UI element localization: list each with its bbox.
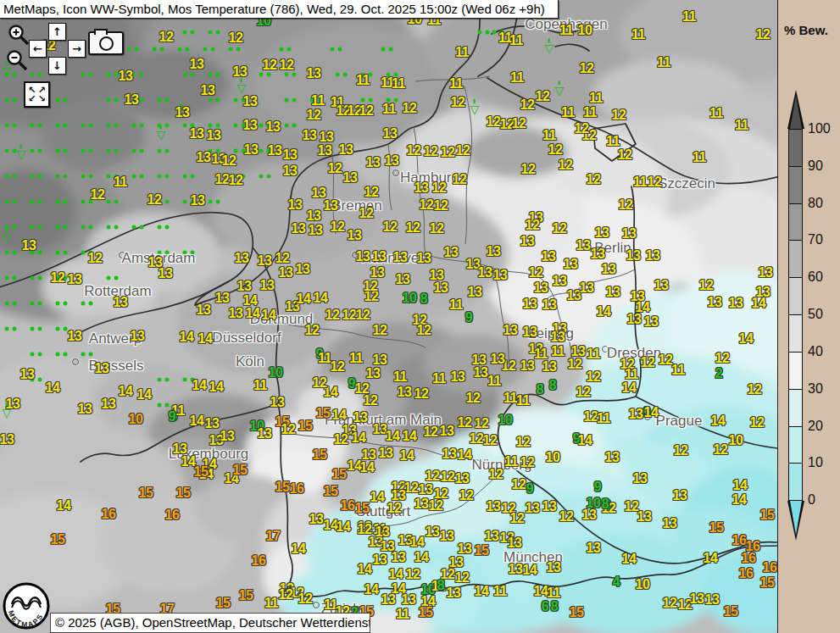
legend-tick-label: 60 [808, 269, 823, 285]
legend-arrow [790, 96, 802, 129]
snapshot-button[interactable] [88, 31, 124, 55]
legend-tick-label: 20 [808, 419, 823, 434]
legend-tick-label: 0 [808, 492, 815, 508]
legend-segment [788, 203, 803, 241]
legend-segment [788, 277, 803, 315]
legend-panel: % Bew. 1009080706050403020100 [777, 0, 840, 633]
pan-down-button[interactable]: ↓ [48, 57, 66, 75]
weather-map-image [0, 0, 777, 633]
pan-right-button[interactable]: → [68, 40, 86, 58]
legend-tick-label: 70 [808, 232, 823, 247]
arrow-down-icon: ↓ [53, 59, 62, 72]
title-text: MetMaps, Icon WW-Symbol, Mos Temperature… [3, 2, 545, 16]
fullscreen-button[interactable]: ↖ ↗ ↙ ↘ [24, 81, 50, 108]
arrow-right-icon: → [72, 42, 81, 55]
legend-segment [788, 463, 803, 501]
copyright-text: © 2025 (AGB), OpenStreetMap, Deutscher W… [55, 615, 370, 630]
legend-segment [788, 240, 803, 278]
legend-tick-label: 50 [808, 307, 823, 322]
legend-segment [788, 166, 803, 204]
pan-up-button[interactable]: ↑ [48, 23, 66, 41]
legend-tick-label: 30 [808, 381, 823, 397]
metmaps-logo: METMAPS [1, 581, 52, 632]
pan-left-button[interactable]: ← [29, 40, 47, 58]
legend-tick-label: 40 [808, 344, 823, 359]
map-canvas[interactable]: ▽▽▽▽▽▽▽▽▽▽ CopenhagenAmsterdamRotterdamA… [0, 0, 777, 633]
legend-segment [788, 426, 803, 464]
copyright-bar: © 2025 (AGB), OpenStreetMap, Deutscher W… [50, 613, 370, 633]
legend-arrow [790, 501, 802, 535]
magnifier-minus-icon [5, 48, 31, 74]
title-bar: MetMaps, Icon WW-Symbol, Mos Temperature… [0, 0, 559, 19]
legend-segment [788, 389, 803, 427]
camera-icon [99, 36, 114, 51]
arrow-left-icon: ← [33, 42, 42, 55]
legend-segment [788, 314, 803, 353]
legend-scale: 1009080706050403020100 [778, 0, 840, 633]
legend-segment [788, 352, 803, 390]
expand-arrows-icon: ↙ [28, 94, 36, 103]
arrow-up-icon: ↑ [53, 25, 62, 38]
legend-tick-label: 80 [808, 196, 823, 211]
legend-tick-label: 90 [808, 158, 823, 174]
legend-tick-label: 10 [808, 455, 823, 470]
zoom-out-button[interactable] [5, 48, 31, 74]
expand-arrows-icon: ↘ [38, 94, 46, 103]
legend-segment [788, 129, 803, 167]
legend-tick-label: 100 [808, 121, 831, 136]
metmaps-app: ▽▽▽▽▽▽▽▽▽▽ CopenhagenAmsterdamRotterdamA… [0, 0, 840, 633]
